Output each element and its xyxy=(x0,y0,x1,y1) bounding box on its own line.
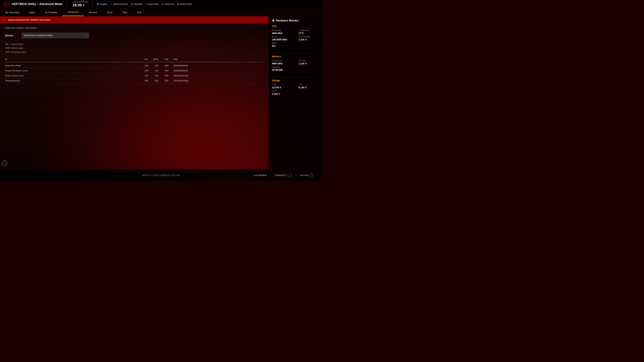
logo-area: ROG UEFI BIOS Utility – Advanced Mode xyxy=(3,1,62,7)
hot-keys-button[interactable]: Hot Keys ? xyxy=(296,172,317,178)
page-content: HDD/SSD SMART Information Device KINGSTO… xyxy=(0,23,268,169)
row-id: Read Error Rate xyxy=(5,64,140,67)
divider-cpu-mem xyxy=(272,53,319,53)
qfan-button[interactable]: ⚙ Qfan(F6) xyxy=(131,3,142,5)
row-raw: 000000000064 xyxy=(170,64,263,67)
mem-frequency-label: Frequency xyxy=(272,59,292,62)
svg-text:ROG: ROG xyxy=(4,3,9,5)
mem-frequency-value: 4800 MHz xyxy=(272,62,292,65)
v12-label: +12V xyxy=(272,83,292,86)
bottom-bar: Version 2.22.1284 Copyright (C) 2022 AMI… xyxy=(0,169,322,181)
nav-advanced[interactable]: Advanced xyxy=(62,8,84,16)
header-wor: WOR xyxy=(150,58,160,60)
row-thr: 000 xyxy=(160,79,170,82)
resize-icon: ⊞ xyxy=(177,3,179,5)
back-arrow-icon[interactable]: ← xyxy=(3,18,6,22)
nav-tool[interactable]: Tool xyxy=(118,8,132,16)
resize-bar-button[interactable]: ⊞ ReSize BAR xyxy=(177,3,192,5)
table-row: Power-On Hours Count 100 100 000 0000000… xyxy=(5,68,263,73)
nav-exit[interactable]: Exit xyxy=(132,8,146,16)
settings-icon[interactable]: ⚙ xyxy=(82,4,85,7)
mem-frequency-col: Frequency 4800 MHz xyxy=(272,59,292,65)
cpu-section-title: CPU xyxy=(272,25,319,27)
legend-wor: WOR: Worst value xyxy=(5,46,263,50)
nav-ai-tweaker[interactable]: Ai Tweaker xyxy=(40,8,62,16)
aura-label: AURA(F4) xyxy=(164,3,174,5)
divider-mem-volt xyxy=(272,77,319,77)
mem-mc-volt-value: 1.120 V xyxy=(298,62,319,65)
cpu-temp-col: Temperature 17°C xyxy=(298,29,319,34)
header-thr: THR xyxy=(160,58,170,60)
aura-button[interactable]: ✦ AURA(F4) xyxy=(162,3,174,5)
ez-mode-icon: → xyxy=(288,174,292,177)
cpu-core-volt-col: Core Voltage 1.216 V xyxy=(298,35,319,41)
header-id: ID xyxy=(5,58,140,60)
star-icon: ☆ xyxy=(110,3,112,5)
voltage-section: Voltage +12V 12.076 V +5V 5.140 V +3.3V … xyxy=(272,79,319,96)
last-modified-label: Last Modified xyxy=(254,174,267,176)
smart-table-header: ID VAL WOR THR Raw xyxy=(5,57,263,62)
row-wor: 081 xyxy=(150,79,160,82)
bottom-actions: Last Modified EzMode(F7) → Hot Keys ? xyxy=(250,172,317,178)
v33-col: +3.3V 3.344 V xyxy=(272,90,292,95)
cpu-frequency-value: 4500 MHz xyxy=(272,32,292,34)
cpu-section: CPU Frequency 4500 MHz Temperature 17°C … xyxy=(272,25,319,48)
app-title: UEFI BIOS Utility – Advanced Mode xyxy=(12,2,62,6)
device-select-wrapper[interactable]: KINGSTON SA400S371920G xyxy=(22,33,89,38)
section-title: HDD/SSD SMART Information xyxy=(5,27,263,29)
question-icon: ? xyxy=(146,3,147,5)
v5-value: 5.140 V xyxy=(298,86,319,89)
mem-capacity-label: Capacity xyxy=(272,66,292,68)
fan-icon: ⚙ xyxy=(131,3,133,5)
top-bar: ROG UEFI BIOS Utility – Advanced Mode 12… xyxy=(0,0,322,8)
row-val: 100 xyxy=(140,74,150,77)
info-icon[interactable]: i xyxy=(2,161,7,166)
table-row: Temperature(C) 040 081 000 001C00510028 xyxy=(5,78,263,83)
cpu-bclk-col: BCLK 100.0000 MHz xyxy=(272,35,292,41)
my-favorite-button[interactable]: ☆ MyFavorite(F3) xyxy=(110,3,128,5)
voltage-section-title: Voltage xyxy=(272,79,319,82)
version-text: Version 2.22.1284 Copyright (C) 2022 AMI xyxy=(142,174,180,176)
cpu-ratio-label: Ratio xyxy=(272,42,292,44)
volt-row-2: +3.3V 3.344 V xyxy=(272,90,319,95)
search-button[interactable]: ? Search(F9) xyxy=(146,3,158,5)
header-raw: Raw xyxy=(170,58,263,60)
qfan-label: Qfan(F6) xyxy=(134,3,142,5)
nav-my-favorites[interactable]: My Favorites xyxy=(0,8,24,16)
cpu-row-2: BCLK 100.0000 MHz Core Voltage 1.216 V xyxy=(272,35,319,41)
row-val: 040 xyxy=(140,79,150,82)
nav-boot[interactable]: Boot xyxy=(102,8,118,16)
header-val: VAL xyxy=(140,58,150,60)
cpu-bclk-value: 100.0000 MHz xyxy=(272,38,292,41)
memory-section-title: Memory xyxy=(272,55,319,58)
device-select[interactable]: KINGSTON SA400S371920G xyxy=(22,33,89,38)
legend-val: VAL: Current value xyxy=(5,42,263,46)
volt-row-1: +12V 12.076 V +5V 5.140 V xyxy=(272,83,319,89)
memory-section: Memory Frequency 4800 MHz MC Volt 1.120 … xyxy=(272,55,319,72)
resize-bar-label: ReSize BAR xyxy=(180,3,192,5)
ez-mode-button[interactable]: EzMode(F7) → xyxy=(271,172,296,178)
last-modified-button[interactable]: Last Modified xyxy=(250,173,271,178)
nav-main[interactable]: Main xyxy=(24,8,40,16)
cpu-temperature-label: Temperature xyxy=(298,29,319,31)
language-button[interactable]: 🌐 English xyxy=(96,3,107,5)
breadcrumb: ← Advanced\HDD/SSD SMART Information xyxy=(0,16,268,23)
mem-mcvolt-col: MC Volt 1.120 V xyxy=(298,59,319,65)
row-wor: 100 xyxy=(150,74,160,77)
cpu-frequency-label: Frequency xyxy=(272,29,292,31)
cpu-bclk-label: BCLK xyxy=(272,35,292,38)
globe-icon: 🌐 xyxy=(96,3,99,5)
device-row: Device KINGSTON SA400S371920G xyxy=(5,33,263,38)
row-id: Power-On Hours Count xyxy=(5,69,140,72)
legend-area: VAL: Current value WOR: Worst value THR:… xyxy=(5,42,263,54)
nav-monitor[interactable]: Monitor xyxy=(84,8,102,16)
row-raw: 001C00510028 xyxy=(170,79,263,82)
cpu-row-3: Ratio 45x xyxy=(272,42,319,47)
row-val: 100 xyxy=(140,69,150,72)
row-thr: 000 xyxy=(160,64,170,67)
aura-icon: ✦ xyxy=(162,3,163,5)
table-row: Power Cycle Count 100 100 000 0000000012… xyxy=(5,73,263,78)
v12-value: 12.076 V xyxy=(272,86,292,89)
time-display: 18:35 ⚙ xyxy=(72,3,88,7)
cpu-core-voltage-label: Core Voltage xyxy=(298,35,319,38)
